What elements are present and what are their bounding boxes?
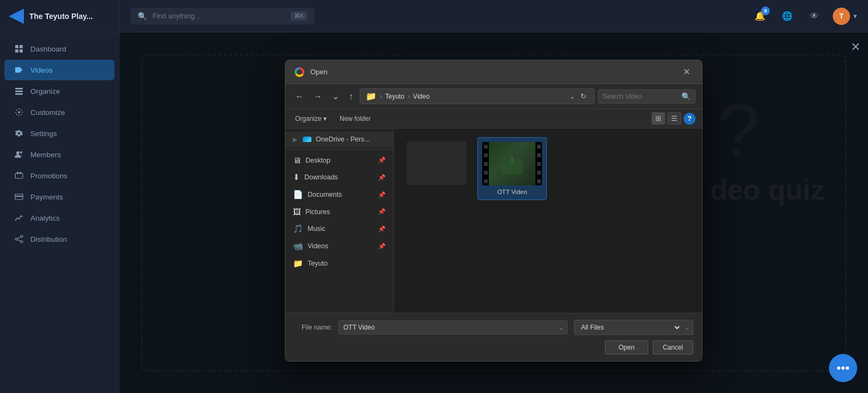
sidebar-item-settings[interactable]: Settings [4,123,114,144]
folder-label: Teyuto [308,260,328,267]
user-menu[interactable]: T ▾ [833,8,857,25]
folder-item-downloads[interactable]: ⬇ Downloads 📌 [285,169,393,186]
sidebar-item-label: Distribution [30,235,67,243]
chrome-icon [294,67,305,78]
filetype-chevron-icon: ⌄ [681,324,693,331]
search-box[interactable]: 🔍 ⌘K [130,8,315,24]
empty-thumb [407,141,467,185]
chat-dot-1 [837,366,840,370]
globe-icon[interactable]: 🌐 [778,8,796,25]
file-label: OTT Video [497,189,527,195]
folder-label: Desktop [305,157,330,164]
file-item-empty[interactable] [403,137,471,200]
nav-dropdown-button[interactable]: ⌄ [329,89,342,104]
folder-item-documents[interactable]: 📄 Documents 📌 [285,186,393,203]
svg-rect-3 [20,49,23,53]
svg-rect-7 [15,91,23,92]
svg-rect-4 [15,67,21,73]
teyuto-folder-icon: 📁 [293,259,303,268]
sidebar-item-label: Settings [30,130,57,138]
file-item-ott-video[interactable]: OTT Video [477,137,547,200]
sidebar-item-videos[interactable]: Videos [4,60,114,80]
film-hole [537,153,541,157]
sidebar: The Teyuto Play... Dashboard Videos Orga… [0,0,119,393]
nav-back-button[interactable]: ← [292,89,307,104]
sidebar-item-payments[interactable]: Payments [4,186,114,207]
svg-rect-0 [15,45,18,48]
sidebar-item-promotions[interactable]: Promotions [4,165,114,186]
payments-icon [14,192,24,202]
folder-item-videos[interactable]: 📹 Videos 📌 [285,237,393,255]
sidebar-nav: Dashboard Videos Organize Customize Sett [0,33,119,393]
chat-button[interactable] [829,354,857,382]
breadcrumb-bar: 📁 › Teyuto › Video ⌄ ↻ [360,88,595,104]
promotions-icon [14,171,24,181]
folder-item-teyuto[interactable]: 📁 Teyuto [285,255,393,272]
svg-point-9 [18,111,20,113]
filename-chevron-icon[interactable]: ⌄ [556,324,567,331]
cancel-button[interactable]: Cancel [653,340,693,355]
svg-point-10 [18,132,20,134]
settings-icon [14,128,24,138]
organize-button[interactable]: Organize ▾ [292,113,330,124]
sidebar-item-members[interactable]: Members [4,144,114,165]
breadcrumb-chevron[interactable]: ⌄ [570,93,575,100]
breadcrumb-teyuto: Teyuto [385,93,404,100]
pictures-icon: 🖼 [293,207,301,216]
folder-item-music[interactable]: 🎵 Music 📌 [285,220,393,237]
main-area: 🔍 ⌘K 🔔 8 🌐 👁 T ▾ ? deo quiz ✕ [119,0,868,393]
onedrive-item[interactable]: ▶ OneDrive - Pers... [285,132,393,147]
file-type-select-wrap[interactable]: All Files Video Files MP4 MOV ⌄ [574,320,693,335]
divider [285,149,393,150]
pin-icon: 📌 [378,174,386,181]
svg-point-20 [21,241,23,243]
open-button[interactable]: Open [605,340,648,355]
svg-line-22 [17,240,21,241]
folder-item-desktop[interactable]: 🖥 Desktop 📌 [285,152,393,169]
sidebar-item-label: Dashboard [30,45,66,53]
sidebar-item-dashboard[interactable]: Dashboard [4,38,114,59]
dialog-title: Open [310,68,328,76]
file-type-select[interactable]: All Files Video Files MP4 MOV [575,320,681,334]
sidebar-item-organize[interactable]: Organize [4,81,114,101]
view-icons-group: ⊞ ☰ ? [652,112,695,125]
video-thumbnail [482,142,542,185]
file-name-input[interactable] [339,321,556,334]
music-icon: 🎵 [293,224,303,234]
dialog-search-bar[interactable]: 🔍 [598,89,695,104]
refresh-button[interactable]: ↻ [578,91,589,101]
sidebar-item-distribution[interactable]: Distribution [4,229,114,249]
sidebar-item-analytics[interactable]: Analytics [4,208,114,228]
nav-up-button[interactable]: ↑ [346,89,356,104]
view-tiles-button[interactable]: ⊞ [652,112,665,125]
content-area: ? deo quiz ✕ Open ✕ ← → ⌄ ↑ [119,33,868,393]
dialog-search-input[interactable] [603,93,678,100]
sidebar-header: The Teyuto Play... [0,0,119,33]
sidebar-item-label: Promotions [30,172,67,180]
notification-bell[interactable]: 🔔 8 [751,8,769,25]
sidebar-item-label: Organize [30,87,60,95]
nav-forward-button[interactable]: → [310,89,326,104]
footer-filename-row: File name: ⌄ All Files Video Files MP4 M… [294,320,693,335]
preview-icon[interactable]: 👁 [806,8,823,25]
analytics-icon [14,213,24,223]
search-input[interactable] [152,12,285,20]
dialog-actionbar: Organize ▾ New folder ⊞ ☰ ? [285,109,702,128]
file-name-input-wrap[interactable]: ⌄ [339,320,567,334]
main-close-button[interactable]: ✕ [851,40,860,54]
folder-label: Documents [308,191,342,198]
app-logo [9,9,24,24]
help-button[interactable]: ? [684,113,695,125]
dialog-search-icon: 🔍 [681,92,691,101]
members-icon [14,150,24,159]
svg-rect-17 [15,196,23,197]
dialog-close-button[interactable]: ✕ [680,66,693,78]
folder-item-pictures[interactable]: 🖼 Pictures 📌 [285,203,393,220]
folder-label: Videos [308,242,328,250]
view-detail-button[interactable]: ☰ [667,112,681,125]
dialog-nav-toolbar: ← → ⌄ ↑ 📁 › Teyuto › Video ⌄ ↻ 🔍 [285,84,702,109]
sidebar-item-customize[interactable]: Customize [4,102,114,123]
new-folder-button[interactable]: New folder [335,113,375,124]
film-hole [537,145,541,149]
breadcrumb-video: Video [413,93,429,100]
